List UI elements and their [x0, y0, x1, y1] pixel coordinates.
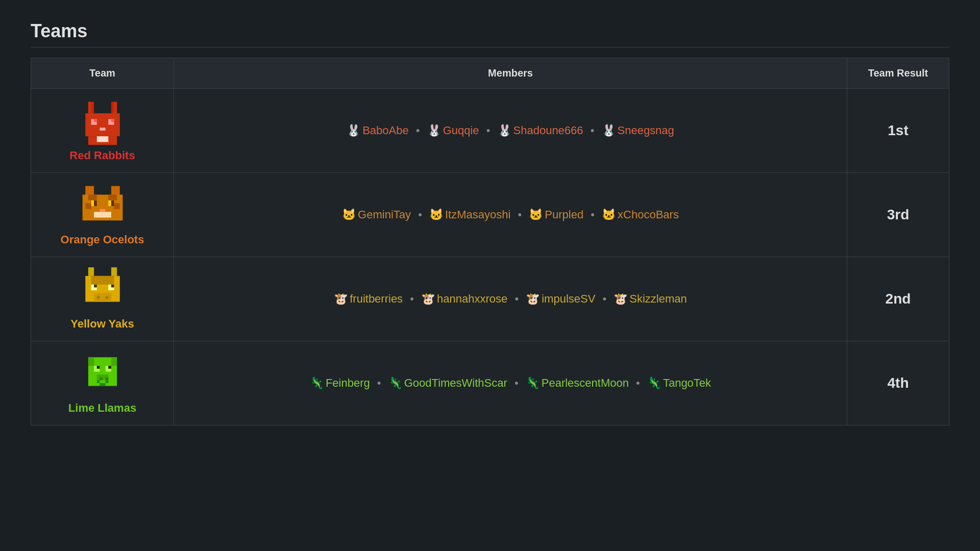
member-name: fruitberries — [350, 292, 403, 305]
svg-rect-46 — [105, 380, 108, 383]
member-emoji: 🐰 — [602, 124, 616, 137]
svg-rect-20 — [111, 201, 114, 206]
title-divider — [31, 47, 949, 47]
member-emoji: 🐰 — [427, 124, 441, 137]
member-emoji: 🐰 — [498, 124, 511, 137]
team-name-lime-llamas: Lime Llamas — [46, 402, 158, 415]
member-separator: • — [407, 292, 417, 305]
member-name: Skizzleman — [629, 292, 687, 305]
members-cell-lime-llamas: 🦎Feinberg • 🦎GoodTimesWithScar • 🦎Pearle… — [174, 341, 847, 425]
result-cell-orange-ocelots: 3rd — [847, 173, 949, 257]
svg-rect-26 — [111, 267, 116, 276]
svg-rect-3 — [114, 102, 117, 114]
svg-rect-15 — [88, 195, 96, 201]
table-row: Red Rabbits🐰BaboAbe • 🐰Guqqie • 🐰Shadoun… — [31, 89, 949, 173]
member-emoji: 🦎 — [647, 377, 661, 389]
table-row: Orange Ocelots🐱GeminiTay • 🐱ItzMasayoshi… — [31, 173, 949, 257]
member-name: GoodTimesWithScar — [404, 377, 507, 389]
svg-rect-44 — [105, 378, 108, 381]
team-icon-red-rabbits — [46, 99, 158, 145]
member-name: Purpled — [545, 208, 583, 221]
member-name: Shadoune666 — [513, 124, 583, 137]
header-team: Team — [31, 58, 174, 89]
svg-rect-19 — [94, 201, 97, 206]
svg-rect-21 — [100, 209, 105, 212]
member-separator: • — [415, 208, 425, 221]
svg-rect-11 — [96, 136, 108, 142]
team-name-yellow-yaks: Yellow Yaks — [46, 317, 158, 331]
member-name: xChocoBars — [618, 208, 679, 221]
member-separator: • — [514, 208, 525, 221]
member-name: BaboAbe — [362, 124, 409, 137]
svg-rect-32 — [111, 285, 114, 288]
svg-rect-28 — [91, 276, 114, 285]
svg-rect-36 — [105, 296, 108, 299]
svg-rect-40 — [96, 366, 100, 369]
svg-rect-22 — [94, 212, 111, 217]
member-separator: • — [587, 208, 598, 221]
member-name: Sneegsnag — [618, 124, 674, 137]
member-emoji: 🦎 — [310, 377, 324, 389]
member-emoji: 🦎 — [526, 377, 540, 389]
svg-rect-2 — [88, 102, 91, 114]
svg-rect-25 — [88, 267, 93, 276]
svg-rect-45 — [96, 380, 100, 383]
member-emoji: 🐱 — [602, 208, 616, 221]
svg-rect-9 — [100, 128, 105, 131]
svg-rect-35 — [96, 296, 100, 299]
svg-rect-41 — [108, 366, 111, 369]
svg-rect-7 — [94, 119, 97, 122]
member-separator: • — [511, 292, 522, 305]
member-name: ItzMasayoshi — [445, 208, 510, 221]
member-emoji: 🐰 — [347, 124, 360, 137]
member-separator: • — [483, 124, 494, 137]
team-name-red-rabbits: Red Rabbits — [46, 149, 158, 162]
svg-rect-8 — [111, 119, 114, 122]
member-separator: • — [587, 124, 598, 137]
member-separator: • — [511, 377, 522, 389]
member-emoji: 🐱 — [429, 208, 443, 221]
svg-rect-31 — [94, 285, 97, 288]
table-row: Lime Llamas🦎Feinberg • 🦎GoodTimesWithSca… — [31, 341, 949, 425]
member-name: Guqqie — [443, 124, 479, 137]
team-cell-orange-ocelots: Orange Ocelots — [31, 173, 174, 257]
members-cell-yellow-yaks: 🐮fruitberries • 🐮hannahxxrose • 🐮impulse… — [174, 257, 847, 341]
svg-rect-34 — [94, 293, 111, 302]
member-emoji: 🐮 — [614, 292, 627, 305]
result-cell-red-rabbits: 1st — [847, 89, 949, 173]
member-emoji: 🐮 — [334, 292, 348, 305]
member-name: impulseSV — [542, 292, 595, 305]
member-separator: • — [633, 377, 643, 389]
team-cell-lime-llamas: Lime Llamas — [31, 341, 174, 425]
team-icon-yellow-yaks — [46, 267, 158, 313]
page-title: Teams — [31, 20, 949, 42]
svg-rect-23 — [85, 203, 91, 209]
member-emoji: 🐮 — [421, 292, 435, 305]
svg-rect-48 — [88, 357, 93, 366]
svg-rect-43 — [100, 378, 103, 381]
svg-rect-47 — [100, 383, 105, 386]
svg-rect-49 — [111, 357, 116, 366]
team-name-orange-ocelots: Orange Ocelots — [46, 233, 158, 246]
result-cell-yellow-yaks: 2nd — [847, 257, 949, 341]
svg-rect-24 — [114, 203, 119, 209]
header-members: Members — [174, 58, 847, 89]
members-cell-red-rabbits: 🐰BaboAbe • 🐰Guqqie • 🐰Shadoune666 • 🐰Sne… — [174, 89, 847, 173]
svg-rect-4 — [85, 113, 120, 136]
team-cell-yellow-yaks: Yellow Yaks — [31, 257, 174, 341]
members-cell-orange-ocelots: 🐱GeminiTay • 🐱ItzMasayoshi • 🐱Purpled • … — [174, 173, 847, 257]
member-emoji: 🐱 — [529, 208, 543, 221]
member-name: Feinberg — [326, 377, 370, 389]
member-separator: • — [599, 292, 609, 305]
team-icon-lime-llamas — [46, 352, 158, 397]
team-cell-red-rabbits: Red Rabbits — [31, 89, 174, 173]
member-name: GeminiTay — [358, 208, 411, 221]
result-cell-lime-llamas: 4th — [847, 341, 949, 425]
member-emoji: 🐱 — [342, 208, 356, 221]
member-separator: • — [374, 377, 384, 389]
member-name: TangoTek — [663, 377, 711, 389]
member-name: hannahxxrose — [437, 292, 507, 305]
header-result: Team Result — [847, 58, 949, 89]
member-emoji: 🐮 — [526, 292, 540, 305]
teams-table: Team Members Team Result Red Rabbits🐰Bab… — [31, 58, 949, 425]
